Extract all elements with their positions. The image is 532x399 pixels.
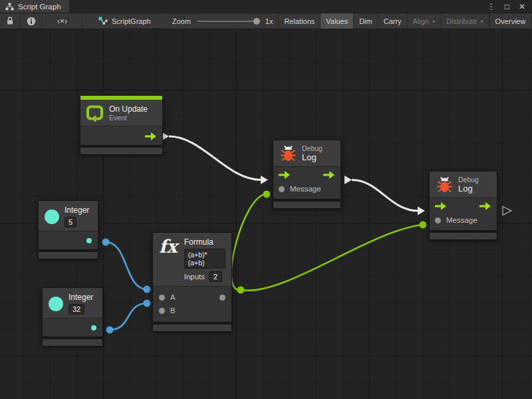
zoom-slider-handle[interactable] <box>253 18 260 25</box>
node-title: Integer <box>68 293 93 302</box>
wire-endpoint-dot <box>420 221 427 229</box>
wire-int5-to-formula-a <box>106 242 147 289</box>
control-input-port[interactable] <box>279 171 291 179</box>
window-menu-icon[interactable]: ⋮ <box>487 2 495 11</box>
info-button[interactable] <box>21 13 43 29</box>
zoom-label: Zoom <box>168 13 195 29</box>
integer-output-port[interactable] <box>91 325 96 331</box>
node-integer-32[interactable]: Integer 32 <box>42 287 103 346</box>
loop-event-icon <box>86 104 104 122</box>
align-label: Align <box>413 17 429 25</box>
wire-endpoint-dot <box>144 300 151 307</box>
distribute-label: Distribute <box>446 17 477 25</box>
port-label: B <box>170 307 176 315</box>
wire-endpoint-dot <box>106 327 114 334</box>
inputs-count-field[interactable]: 2 <box>209 271 222 282</box>
dim-button[interactable]: Dim <box>354 13 378 29</box>
integer-value-field[interactable]: 5 <box>65 217 76 227</box>
node-kind: Debug <box>302 144 323 152</box>
bug-icon <box>280 145 297 162</box>
window-maximize-icon[interactable]: □ <box>505 2 509 11</box>
formula-expression-field[interactable]: (a+b)*(a+b) <box>184 249 225 269</box>
integer-literal-icon <box>45 209 59 224</box>
formula-input-a-port[interactable] <box>159 295 165 301</box>
node-title: Formula <box>184 237 225 247</box>
overview-button[interactable]: Overview <box>489 13 532 29</box>
window-tab-bar: Script Graph ⋮ □ ✕ <box>0 0 532 13</box>
port-label: A <box>170 293 176 301</box>
distribute-dropdown[interactable]: Distribute ▾ <box>441 13 489 29</box>
wire-formula-to-log1-message <box>231 194 267 290</box>
node-title: On Update <box>109 104 148 114</box>
align-dropdown[interactable]: Align ▾ <box>408 13 441 29</box>
wire-endpoint-dot <box>144 286 151 293</box>
info-icon <box>27 17 36 26</box>
wire-endpoint-dot <box>263 191 271 198</box>
message-input-port[interactable] <box>279 186 285 192</box>
carry-button[interactable]: Carry <box>378 13 408 29</box>
node-footer <box>152 324 232 332</box>
wire-formula-to-log2-message <box>241 225 423 291</box>
integer-value-field[interactable]: 32 <box>68 304 84 315</box>
wire-onupdate-to-log1 <box>169 136 261 180</box>
integer-literal-icon <box>49 297 63 311</box>
graph-canvas[interactable]: On Update Event <box>0 29 532 399</box>
node-kind: Debug <box>458 176 479 184</box>
inputs-label: Inputs <box>184 273 205 281</box>
control-output-port[interactable] <box>145 132 157 140</box>
integer-output-port[interactable] <box>86 238 92 243</box>
formula-output-port[interactable] <box>219 295 225 301</box>
node-footer <box>429 232 497 240</box>
formula-fx-icon: fx <box>158 237 179 255</box>
node-footer <box>38 251 98 259</box>
wire-arrowhead <box>344 176 352 184</box>
tab-title: Script Graph <box>18 3 61 11</box>
node-title: Integer <box>65 205 89 215</box>
zoom-value: 1x <box>261 13 279 29</box>
chevron-down-icon: ▾ <box>481 19 483 25</box>
code-view-button[interactable]: ‹×› <box>43 13 82 29</box>
tab-script-graph[interactable]: Script Graph <box>0 0 69 13</box>
wire-arrowhead <box>261 176 268 184</box>
graph-toolbar: ‹×› ScriptGraph Zoom 1x Relations Values… <box>0 13 532 29</box>
lock-icon <box>6 17 14 25</box>
message-input-port[interactable] <box>435 217 441 223</box>
node-formula[interactable]: fx Formula (a+b)*(a+b) Inputs 2 A <box>152 232 232 332</box>
relations-button[interactable]: Relations <box>279 13 321 29</box>
graph-hierarchy-icon <box>5 3 14 11</box>
control-input-port[interactable] <box>435 202 447 210</box>
code-brackets-icon: ‹×› <box>57 17 67 26</box>
script-graph-icon <box>98 17 108 26</box>
node-footer <box>80 147 163 155</box>
node-footer <box>273 201 341 209</box>
bug-icon <box>436 176 453 193</box>
node-integer-5[interactable]: Integer 5 <box>38 200 98 259</box>
values-button[interactable]: Values <box>321 13 354 29</box>
unconnected-arrowhead <box>503 207 511 215</box>
window-close-icon[interactable]: ✕ <box>519 2 525 11</box>
port-label: Message <box>290 185 321 193</box>
wire-endpoint-dot <box>237 287 245 294</box>
node-subtitle: Event <box>109 114 148 122</box>
control-output-port[interactable] <box>479 202 491 210</box>
node-debug-log-1[interactable]: Debug Log Message <box>273 140 341 209</box>
node-title: Log <box>458 184 479 194</box>
wire-endpoint-dot <box>102 239 110 246</box>
node-title: Log <box>302 152 323 162</box>
wire-log1-to-log2 <box>352 180 418 211</box>
wire-int32-to-formula-b <box>110 303 147 330</box>
port-label: Message <box>446 216 477 224</box>
zoom-slider-track[interactable] <box>198 21 259 22</box>
node-debug-log-2[interactable]: Debug Log Message <box>429 171 497 240</box>
node-on-update[interactable]: On Update Event <box>80 95 163 155</box>
formula-input-b-port[interactable] <box>159 308 165 314</box>
chevron-down-icon: ▾ <box>432 19 435 25</box>
zoom-slider[interactable] <box>198 13 259 29</box>
control-output-port[interactable] <box>323 171 335 179</box>
graph-name: ScriptGraph <box>112 17 151 25</box>
lock-button[interactable] <box>0 13 21 29</box>
node-footer <box>42 338 103 346</box>
wire-arrowhead <box>418 207 425 215</box>
graph-breadcrumb[interactable]: ScriptGraph <box>92 13 158 29</box>
